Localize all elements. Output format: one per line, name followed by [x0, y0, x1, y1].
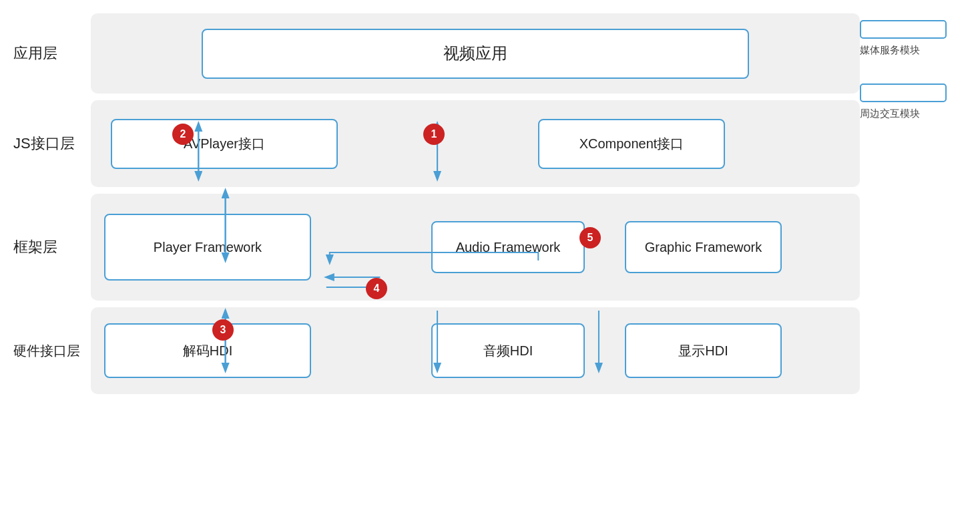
player-fw-box: Player Framework [104, 214, 311, 281]
legend-peripheral-box [860, 83, 947, 102]
badge-2: 2 [172, 124, 194, 145]
legend-peripheral: 周边交互模块 [860, 83, 967, 120]
js-layer-bg: AVPlayer接口 XComponent接口 [91, 100, 860, 187]
audio-fw-box: Audio Framework [431, 221, 585, 273]
display-hdi-box: 显示HDI [625, 323, 782, 378]
main-container: 2 1 3 4 5 应用层 视频应用 [0, 0, 980, 525]
legend-media-service-box [860, 20, 947, 39]
badge-4: 4 [366, 278, 387, 299]
badge-5: 5 [579, 227, 601, 248]
xcomponent-box: XComponent接口 [538, 119, 725, 169]
hw-layer-bg: 解码HDI 音频HDI 显示HDI [91, 307, 860, 394]
fw-layer-row: 框架层 Player Framework Audio Framework Gra… [13, 194, 860, 301]
video-app-box: 视频应用 [202, 29, 749, 79]
graphic-fw-box: Graphic Framework [625, 221, 782, 273]
avplayer-box: AVPlayer接口 [111, 119, 338, 169]
legend-peripheral-label: 周边交互模块 [860, 108, 967, 120]
legend-area: 媒体服务模块 周边交互模块 [860, 0, 980, 525]
fw-layer-bg: Player Framework Audio Framework Graphic… [91, 194, 860, 301]
hw-layer-row: 硬件接口层 解码HDI 音频HDI 显示HDI [13, 307, 860, 394]
decode-hdi-box: 解码HDI [104, 323, 311, 378]
app-layer-bg: 视频应用 [91, 13, 860, 94]
legend-media-service-label: 媒体服务模块 [860, 44, 967, 57]
app-layer-row: 应用层 视频应用 [13, 13, 860, 94]
audio-hdi-box: 音频HDI [431, 323, 585, 378]
layers-container: 应用层 视频应用 JS接口层 AVPlayer接口 XComponent接口 [0, 0, 860, 407]
badge-1: 1 [423, 124, 445, 145]
hw-layer-label: 硬件接口层 [13, 342, 80, 360]
js-layer-label: JS接口层 [13, 134, 80, 154]
diagram-wrapper: 2 1 3 4 5 应用层 视频应用 [0, 0, 860, 525]
legend-media-service: 媒体服务模块 [860, 20, 967, 57]
badge-3: 3 [212, 319, 234, 341]
app-layer-label: 应用层 [13, 43, 80, 63]
fw-layer-label: 框架层 [13, 237, 80, 257]
